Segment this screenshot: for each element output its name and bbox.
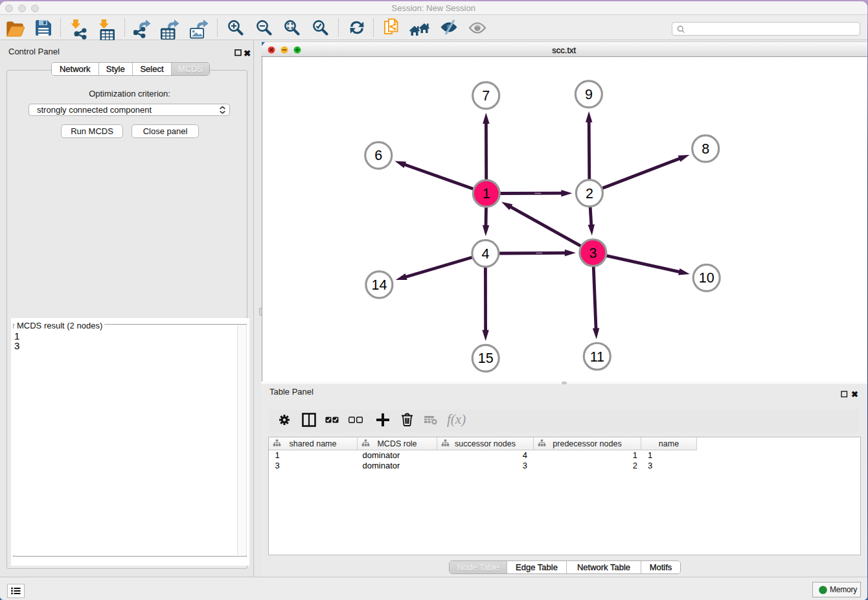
svg-text:10: 10 bbox=[699, 270, 714, 286]
svg-text:4: 4 bbox=[481, 246, 489, 261]
svg-text:15: 15 bbox=[478, 351, 494, 366]
svg-text:14: 14 bbox=[371, 277, 387, 293]
svg-text:3: 3 bbox=[589, 245, 597, 260]
svg-text:1: 1 bbox=[483, 186, 490, 202]
svg-text:11: 11 bbox=[590, 349, 604, 364]
svg-text:7: 7 bbox=[482, 88, 490, 104]
svg-text:9: 9 bbox=[585, 86, 593, 102]
svg-text:6: 6 bbox=[374, 148, 382, 163]
svg-text:f(x): f(x) bbox=[447, 413, 466, 427]
svg-text:2: 2 bbox=[586, 185, 593, 201]
svg-text:8: 8 bbox=[702, 141, 709, 157]
